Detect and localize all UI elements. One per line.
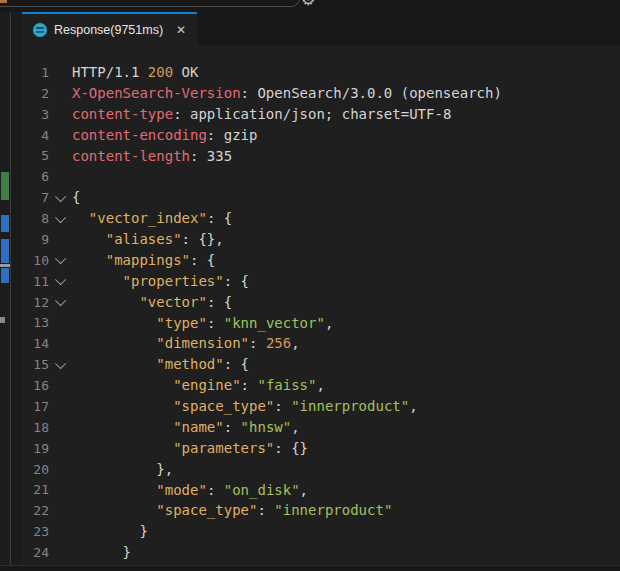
code-line: 24 } [22,542,620,563]
code-line: 10 "mappings": { [22,250,620,271]
line-number: 23 [22,524,52,539]
code-text: { [72,187,80,208]
code-line: 3content-type: application/json; charset… [22,104,620,125]
line-number: 22 [22,503,52,518]
code-line: 15 "method": { [22,354,620,375]
line-number: 24 [22,545,52,560]
bottom-strip [0,565,620,571]
line-number: 2 [22,86,52,101]
line-number: 12 [22,295,52,310]
code-text: "type": "knn_vector", [72,313,333,334]
code-text: } [72,542,131,563]
code-line: 23 } [22,521,620,542]
line-number: 18 [22,420,52,435]
code-line: 1HTTP/1.1 200 OK [22,62,620,83]
code-line: 2X-OpenSearch-Version: OpenSearch/3.0.0 … [22,83,620,104]
ruler-mark [0,264,10,267]
line-number: 8 [22,211,52,226]
code-text: HTTP/1.1 200 OK [72,62,198,83]
line-number: 13 [22,315,52,330]
quick-input-box-edge [0,0,300,7]
code-text: X-OpenSearch-Version: OpenSearch/3.0.0 (… [72,83,502,104]
code-line: 12 "vector": { [22,292,620,313]
line-number: 10 [22,253,52,268]
code-line: 22 "space_type": "innerproduct" [22,500,620,521]
line-number: 6 [22,169,52,184]
tab-bar: Response(9751ms) ✕ [22,12,620,45]
line-number: 14 [22,336,52,351]
code-text: "name": "hnsw", [72,417,300,438]
code-text: content-length: 335 [72,146,232,167]
line-number: 16 [22,378,52,393]
code-line: 21 "mode": "on_disk", [22,480,620,501]
code-text: } [72,521,148,542]
ruler-mark [1,268,9,283]
line-number: 19 [22,441,52,456]
fold-chevron-icon[interactable] [52,298,72,306]
line-number: 21 [22,482,52,497]
code-text: "vector_index": { [72,208,232,229]
code-line: 13 "type": "knn_vector", [22,313,620,334]
code-text: "method": { [72,354,249,375]
code-text: content-encoding: gzip [72,125,257,146]
code-text: "vector": { [72,292,232,313]
code-line: 5content-length: 335 [22,146,620,167]
code-text: "mappings": { [72,250,215,271]
code-line: 20 }, [22,459,620,480]
code-text: }, [72,459,173,480]
ruler-mark [0,317,5,323]
code-line: 9 "aliases": {}, [22,229,620,250]
close-icon[interactable]: ✕ [176,24,186,36]
top-strip: ⚙ [0,0,620,12]
fold-chevron-icon[interactable] [52,215,72,223]
code-line: 11 "properties": { [22,271,620,292]
line-number: 15 [22,357,52,372]
gear-icon: ⚙ [301,0,315,8]
ruler-mark [1,172,9,200]
tab-title: Response(9751ms) [54,23,163,37]
line-number: 4 [22,128,52,143]
code-line: 14 "dimension": 256, [22,333,620,354]
code-text: "dimension": 256, [72,333,300,354]
response-editor[interactable]: 1HTTP/1.1 200 OK2X-OpenSearch-Version: O… [22,45,620,566]
code-line: 18 "name": "hnsw", [22,417,620,438]
code-text: content-type: application/json; charset=… [72,104,451,125]
code-line: 16 "engine": "faiss", [22,375,620,396]
overview-ruler [0,12,10,566]
cropped-ui-fragment [0,0,7,3]
line-number: 11 [22,274,52,289]
code-text: "properties": { [72,271,249,292]
fold-chevron-icon[interactable] [52,361,72,369]
line-number: 9 [22,232,52,247]
line-number: 3 [22,107,52,122]
line-number: 20 [22,462,52,477]
fold-chevron-icon[interactable] [52,256,72,264]
fold-chevron-icon[interactable] [52,194,72,202]
code-text: "space_type": "innerproduct", [72,396,418,417]
code-text: "aliases": {}, [72,229,224,250]
code-text: "engine": "faiss", [72,375,325,396]
code-line: 7{ [22,187,620,208]
fold-chevron-icon[interactable] [52,277,72,285]
code-lines: 1HTTP/1.1 200 OK2X-OpenSearch-Version: O… [22,62,620,563]
code-line: 17 "space_type": "innerproduct", [22,396,620,417]
code-line: 19 "parameters": {} [22,438,620,459]
editor-group-gap [11,12,22,566]
rest-client-response-icon [33,23,47,37]
ruler-mark [1,215,9,232]
line-number: 17 [22,399,52,414]
line-number: 7 [22,190,52,205]
code-line: 4content-encoding: gzip [22,125,620,146]
code-text: "mode": "on_disk", [72,480,308,501]
line-number: 5 [22,148,52,163]
tab-response[interactable]: Response(9751ms) ✕ [22,12,197,45]
code-text: "parameters": {} [72,438,308,459]
line-number: 1 [22,65,52,80]
code-line: 8 "vector_index": { [22,208,620,229]
code-text: "space_type": "innerproduct" [72,500,392,521]
ruler-mark [1,239,9,263]
code-line: 6 [22,166,620,187]
